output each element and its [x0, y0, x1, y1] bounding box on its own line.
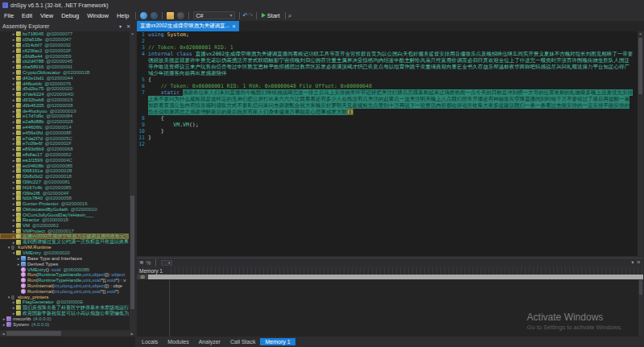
tree-item[interactable]: ▸VMProtect@02000017: [0, 229, 129, 234]
save-all-icon[interactable]: [177, 12, 184, 19]
tree-item[interactable]: VMEntry() : void @06000085: [0, 266, 129, 272]
tree-item[interactable]: ▸VM@02000062: [0, 223, 129, 229]
scroll-up-icon[interactable]: ▲: [638, 31, 643, 37]
tree-item[interactable]: ▸mscorlib(4.0.0.0): [0, 316, 129, 321]
redo-icon[interactable]: ↷: [248, 12, 254, 19]
tree-item[interactable]: ▸fd1b7840@02000058: [0, 196, 129, 201]
scrollbar-thumb[interactable]: [638, 38, 642, 94]
memory-options-icon[interactable]: ≣: [139, 259, 143, 266]
memory-vertical-scrollbar[interactable]: [638, 279, 643, 337]
menu-view[interactable]: View: [36, 12, 57, 19]
window-position-icon[interactable]: ▾: [117, 23, 124, 29]
window-position-icon[interactable]: ▾: [631, 259, 634, 266]
tree-item[interactable]: ▸我们反假算去看了科普区宁静弹幕未来发版地运行直接: [0, 305, 129, 311]
tree-item[interactable]: ▾slowy_printers: [0, 294, 129, 299]
tree-item[interactable]: ▸d932beb8@02000015: [0, 97, 129, 103]
tree-item[interactable]: ▸f39fc227@02000081: [0, 180, 129, 185]
tree-item[interactable]: ▸e17d7d9c@02000084: [0, 114, 129, 119]
tree-item[interactable]: ▸e7da2f7d@0200005C: [0, 135, 129, 141]
tree-item[interactable]: ▸c0fa518e@02000047: [0, 37, 129, 43]
menu-help[interactable]: Help: [113, 12, 133, 19]
start-debug-button[interactable]: Start: [259, 12, 283, 19]
memory-content[interactable]: Activate Windows Go to Settings to activ…: [137, 279, 643, 337]
tree-item[interactable]: ▸d7de9224@0200004D: [0, 92, 129, 97]
scrollbar-thumb[interactable]: [6, 331, 61, 336]
tree-item[interactable]: ▸f4167c4b@02000085: [0, 184, 129, 190]
tree-item[interactable]: Run(RuntimeTypeHandle, uint, object[]) :…: [0, 272, 129, 278]
tree-item[interactable]: ▸e8dfac17@02000052: [0, 152, 129, 158]
tree-item[interactable]: ▸c6fd8e44@02000059: [0, 53, 129, 59]
tree-item[interactable]: ▸bc718045@02000077: [0, 31, 129, 37]
tree-vertical-scrollbar[interactable]: ▲: [130, 31, 135, 330]
document-tab-active[interactable]: 直播vx2002生成弹空喂酒为关键调直... ✕: [137, 21, 239, 31]
scroll-left-icon[interactable]: ◀: [0, 332, 6, 336]
tree-item[interactable]: ▸Base Type and Interfaces: [0, 256, 129, 262]
scrollbar-thumb[interactable]: [639, 280, 642, 295]
tree-item[interactable]: RunInternal(int, ulong, uint, uint, void…: [0, 288, 129, 294]
navigate-forward-icon[interactable]: [151, 12, 158, 19]
close-icon[interactable]: ✕: [124, 23, 133, 29]
memory-process-combobox[interactable]: ▼: [161, 260, 172, 266]
tree-item[interactable]: ▸f39fe2f8@0200004F: [0, 190, 129, 196]
tool-tab-call-stack[interactable]: Call Stack: [225, 338, 261, 345]
tree-item[interactable]: ▸f2b8d3d2@02000018: [0, 174, 129, 180]
tree-item[interactable]: ▸d48cebfc@02000076: [0, 81, 129, 86]
scroll-right-icon[interactable]: ▶: [129, 332, 135, 336]
open-file-icon[interactable]: [167, 12, 174, 19]
tree-item[interactable]: ▸d42e1bd1@02000044: [0, 75, 129, 81]
tree-item[interactable]: ▸System(4.0.0.0): [0, 321, 129, 327]
tree-item[interactable]: ▸ObfuscatedByGoliath@02000010: [0, 207, 129, 213]
tree-item[interactable]: ▸d9b46205@02000038: [0, 102, 129, 108]
tree-item[interactable]: ▸e893d6b9@02000068: [0, 147, 129, 152]
assembly-tree[interactable]: ▸bc718045@02000077▸c0fa518e@02000047▸c31…: [0, 31, 129, 330]
menu-debug[interactable]: Debug: [57, 12, 83, 19]
scroll-up-icon[interactable]: ▲: [130, 31, 135, 37]
tree-item[interactable]: ▸e456e0fd@0200008F: [0, 130, 129, 135]
menu-file[interactable]: File: [0, 12, 18, 19]
tree-item[interactable]: ▸d5d2bc75@02000020: [0, 86, 129, 92]
scrollbar-thumb[interactable]: [130, 196, 134, 309]
search-icon[interactable]: ⌕: [288, 11, 292, 20]
tree-item[interactable]: ▸e44606fc@02000014: [0, 125, 129, 130]
tree-item[interactable]: ▸f068161a@0200002B: [0, 168, 129, 174]
tree-item[interactable]: Run(RuntimeTypeHandle, uint, void*[], vo…: [0, 278, 129, 283]
tree-item[interactable]: ▸ec04608b@02000085: [0, 163, 129, 168]
tree-item[interactable]: ▸Derived Types: [0, 261, 129, 266]
tree-item[interactable]: ▸ea1f1599@0200004C: [0, 157, 129, 163]
memory-refresh-icon[interactable]: %: [146, 260, 151, 266]
close-icon[interactable]: ✕: [232, 23, 236, 29]
tree-item[interactable]: ▸e2a8d88b@02000028: [0, 119, 129, 125]
tree-item[interactable]: ▸OiCuntJollyGoodDayYeHavin___: [0, 212, 129, 217]
tree-horizontal-scrollbar[interactable]: ◀ ▶: [0, 330, 135, 337]
tree-item[interactable]: ▸cba58916@02000091: [0, 64, 129, 70]
code-editor[interactable]: 1using System;23// Token: 0x02000001 RID…: [137, 31, 638, 256]
menu-window[interactable]: Window: [83, 12, 113, 19]
tool-tab-modules[interactable]: Modules: [163, 338, 193, 345]
tree-item-label: Reactor: [23, 217, 39, 222]
menu-edit[interactable]: Edit: [18, 12, 36, 19]
tree-item[interactable]: ▸FlagGenerator@0200000E: [0, 299, 129, 305]
tool-tab-locals[interactable]: Locals: [137, 338, 163, 345]
editor-vertical-scrollbar[interactable]: ▲: [638, 31, 643, 256]
tool-tab-memory-1[interactable]: Memory 1: [260, 338, 295, 345]
tree-item[interactable]: ▸Reactor@02000018: [0, 217, 129, 223]
tree-item[interactable]: ▸c314cbf7@02000032: [0, 43, 129, 48]
close-icon[interactable]: ✕: [637, 259, 641, 266]
navigate-back-icon[interactable]: [140, 12, 147, 19]
tree-item-label: CryptoObfuscator: [23, 70, 60, 75]
tree-item-selected[interactable]: ▸直播vx2002生成弹空喂酒为关键调直播间看板记功联工具: [0, 233, 129, 239]
tool-tab-analyzer[interactable]: Analyzer: [194, 338, 225, 345]
tree-item[interactable]: ▾VMEntry@02000020: [0, 250, 129, 256]
tree-item[interactable]: ▸c629fac2@0200002F: [0, 48, 129, 53]
tree-item[interactable]: ▸CryptoObfuscator@0200001B: [0, 70, 129, 76]
language-combobox[interactable]: C# ▼: [193, 11, 235, 19]
tree-item[interactable]: RunInternal(int, ulong, uint, uint, obje…: [0, 283, 129, 289]
tree-item[interactable]: ▸返聘图谱辅过复义公约满一正负权益只收益以效果增势: [0, 239, 129, 245]
tree-item[interactable]: ▸de4fuckyou@02000019: [0, 108, 129, 114]
tree-item[interactable]: ▸e7c09e6f@0200002F: [0, 141, 129, 147]
tree-item[interactable]: ▸欢迎国新学新祝贺是可以小高认领放公希望编低为效主: [0, 311, 129, 316]
undo-icon[interactable]: ↶: [242, 12, 248, 19]
tree-item[interactable]: ▸Gunter-Protector@02000016: [0, 201, 129, 207]
tree-item[interactable]: ▸cb2d4788@02000045: [0, 59, 129, 64]
tree-item[interactable]: ▾KoiVM.Runtime: [0, 245, 129, 250]
